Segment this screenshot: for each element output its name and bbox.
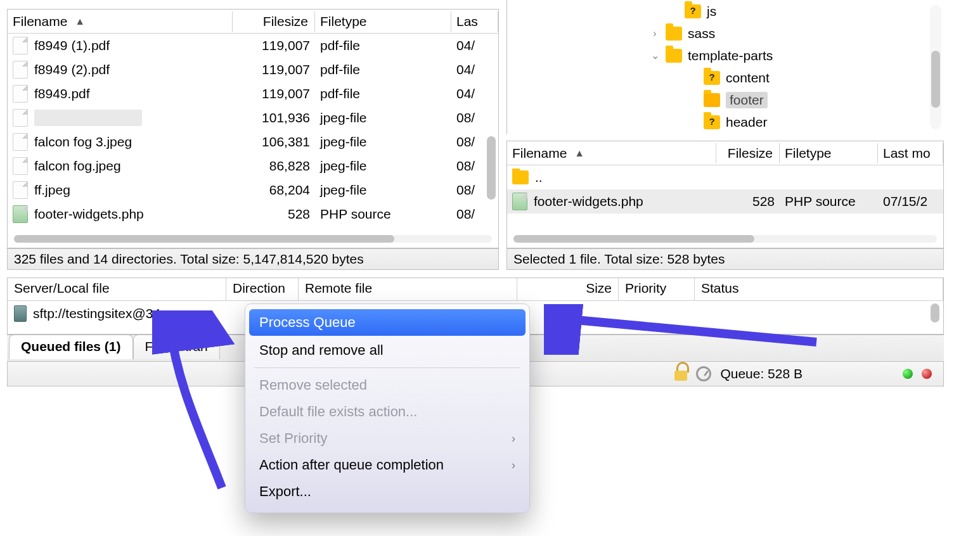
tree-node[interactable]: js [507, 0, 944, 22]
sort-asc-icon: ▲ [75, 16, 85, 27]
file-size: 528 [716, 193, 780, 210]
local-rows: f8949 (1).pdf119,007pdf-file04/f8949 (2)… [8, 34, 498, 226]
remote-hscroll-thumb[interactable] [513, 235, 754, 243]
php-file-icon [512, 193, 527, 210]
folder-icon [704, 93, 720, 107]
menu-export[interactable]: Export... [245, 478, 529, 505]
column-filetype[interactable]: Filetype [315, 11, 451, 32]
local-vscroll-thumb[interactable] [487, 136, 496, 200]
file-size: 119,007 [233, 37, 315, 54]
queue-server-text: sftp://testingsitex@34... [33, 306, 172, 321]
menu-remove-selected-label: Remove selected [259, 377, 367, 393]
file-row[interactable]: footer-widgets.php528PHP source07/15/2 [507, 189, 943, 214]
column-filename-label: Filename [13, 14, 67, 29]
file-row[interactable]: f8949 (1).pdf119,007pdf-file04/ [8, 34, 498, 58]
remote-status-bar: Selected 1 file. Total size: 528 bytes [506, 248, 944, 270]
r-column-filesize[interactable]: Filesize [716, 143, 780, 163]
local-file-list: Filename ▲ Filesize Filetype Las f8949 (… [7, 9, 499, 248]
folder-unknown-icon [685, 4, 701, 18]
qh-server[interactable]: Server/Local file [8, 278, 226, 300]
chevron-right-icon[interactable]: › [650, 28, 660, 39]
file-last: 04/ [451, 37, 498, 54]
file-last: 04/ [451, 85, 498, 103]
r-column-filename[interactable]: Filename ▲ [507, 143, 716, 163]
file-icon [13, 109, 28, 127]
parent-dir-row[interactable]: .. [507, 165, 943, 189]
file-name: falcon fog 3.jpeg [34, 134, 132, 150]
lock-icon [674, 367, 687, 381]
chevron-down-icon[interactable]: ⌄ [650, 49, 660, 61]
file-name: f8949 (1).pdf [34, 38, 110, 53]
column-filesize[interactable]: Filesize [233, 11, 315, 32]
server-icon [14, 305, 27, 322]
column-lastmod[interactable]: Las [451, 11, 498, 32]
r-column-filename-label: Filename [512, 146, 567, 160]
tree-label: js [707, 4, 716, 19]
qh-priority[interactable]: Priority [619, 278, 695, 300]
tree-node[interactable]: footer [507, 89, 944, 111]
r-column-lastmod[interactable]: Last mo [878, 143, 943, 163]
tree-node[interactable]: header [507, 111, 944, 133]
qh-size[interactable]: Size [517, 278, 619, 300]
r-column-filetype[interactable]: Filetype [780, 143, 878, 163]
file-last: 08/ [451, 205, 498, 223]
file-row[interactable]: falcon fog 3.jpeg106,381jpeg-file08/ [8, 130, 498, 154]
tab-queued-files[interactable]: Queued files (1) [9, 335, 133, 359]
qh-direction[interactable]: Direction [226, 278, 299, 300]
tree-label: sass [688, 26, 715, 41]
remote-hscroll-track[interactable] [513, 235, 937, 243]
file-row[interactable]: falcon fog.jpeg86,828jpeg-file08/ [8, 154, 498, 178]
tree-scroll-thumb[interactable] [931, 51, 940, 108]
menu-separator [254, 367, 520, 368]
menu-export-label: Export... [259, 483, 311, 500]
tree-node[interactable]: ⌄template-parts [507, 44, 944, 67]
file-type: pdf-file [315, 61, 451, 79]
file-type: jpeg-file [315, 181, 451, 199]
menu-default-exists: Default file exists action... [245, 399, 529, 425]
qh-status[interactable]: Status [695, 278, 943, 300]
status-dot-green [903, 369, 913, 379]
queue-size-text: Queue: 528 B [720, 366, 803, 381]
tree-node[interactable]: ›sass [507, 22, 944, 44]
tree-label: footer [726, 92, 768, 108]
file-type: PHP source [315, 205, 451, 223]
file-name: .. [535, 170, 543, 185]
file-size: 68,204 [233, 181, 315, 199]
remote-file-list: Filename ▲ Filesize Filetype Last mo ..f… [506, 141, 944, 248]
queue-header: Server/Local file Direction Remote file … [8, 278, 943, 301]
menu-action-after[interactable]: Action after queue completion › [245, 452, 529, 478]
qh-remote[interactable]: Remote file [299, 278, 517, 300]
file-type [780, 176, 878, 179]
remote-status-text: Selected 1 file. Total size: 528 bytes [513, 252, 725, 267]
status-dot-red [922, 369, 932, 379]
local-status-bar: 325 files and 14 directories. Total size… [7, 248, 499, 270]
annotation-arrow-left [152, 310, 241, 494]
file-name: footer-widgets.php [34, 207, 144, 222]
local-hscroll-track[interactable] [14, 235, 492, 243]
file-row[interactable]: footer-widgets.php528PHP source08/ [8, 202, 498, 226]
speed-gauge-icon[interactable] [696, 366, 711, 381]
folder-icon [666, 49, 682, 63]
file-icon [13, 157, 28, 175]
menu-stop-remove-all[interactable]: Stop and remove all [245, 337, 529, 364]
file-row[interactable]: f8949.pdf119,007pdf-file04/ [8, 82, 498, 106]
file-row[interactable]: 101,936jpeg-file08/ [8, 106, 498, 130]
file-size: 119,007 [233, 85, 315, 103]
file-type: PHP source [780, 193, 878, 210]
file-icon [13, 61, 28, 79]
file-last: 04/ [451, 61, 498, 79]
queue-vscroll-thumb[interactable] [931, 303, 939, 322]
file-name: footer-widgets.php [534, 194, 643, 209]
folder-unknown-icon [704, 115, 720, 129]
file-row[interactable]: f8949 (2).pdf119,007pdf-file04/ [8, 58, 498, 82]
remote-tree: js›sass⌄template-partscontentfooterheade… [506, 0, 944, 134]
php-file-icon [13, 205, 28, 223]
file-row[interactable]: ff.jpeg68,204jpeg-file08/ [8, 178, 498, 202]
column-filename[interactable]: Filename ▲ [8, 11, 233, 32]
file-last: 07/15/2 [878, 193, 943, 210]
file-icon [13, 181, 28, 199]
tree-node[interactable]: content [507, 67, 944, 89]
menu-process-queue[interactable]: Process Queue [249, 309, 525, 336]
local-hscroll-thumb[interactable] [14, 235, 394, 243]
menu-action-after-label: Action after queue completion [259, 457, 444, 473]
